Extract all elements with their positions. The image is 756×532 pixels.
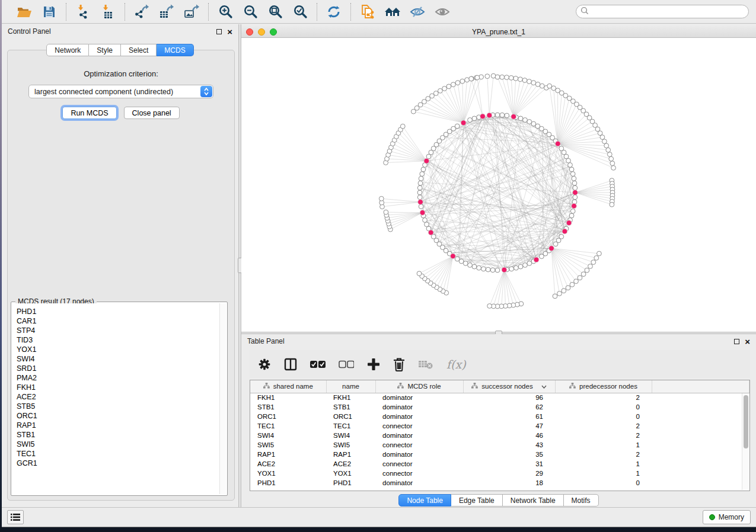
- leaf-node[interactable]: [513, 76, 518, 81]
- mcds-hub-node[interactable]: [461, 120, 466, 126]
- leaf-node[interactable]: [433, 91, 438, 96]
- network-node[interactable]: [477, 265, 481, 270]
- mcds-result-item[interactable]: PMA2: [17, 373, 226, 383]
- leaf-node[interactable]: [531, 81, 536, 85]
- table-scrollbar[interactable]: [742, 393, 749, 490]
- mcds-result-list[interactable]: PHD1CAR1STP4TID3YOX1SWI4SRD1PMA2FKH1ACE2…: [12, 303, 226, 494]
- network-node[interactable]: [486, 267, 490, 272]
- table-row[interactable]: FKH1FKH1dominator962: [250, 393, 749, 402]
- leaf-node[interactable]: [566, 286, 570, 290]
- deselect-all-icon[interactable]: [339, 360, 354, 368]
- network-node[interactable]: [472, 264, 477, 269]
- mcds-result-item[interactable]: CAR1: [17, 316, 226, 326]
- mcds-hub-node[interactable]: [555, 141, 560, 146]
- select-all-icon[interactable]: [310, 360, 326, 368]
- network-node[interactable]: [566, 158, 571, 163]
- export-network-icon[interactable]: [133, 4, 150, 20]
- leaf-node[interactable]: [588, 264, 593, 269]
- network-node[interactable]: [564, 154, 569, 159]
- network-node[interactable]: [419, 204, 423, 209]
- table-row[interactable]: ACE2ACE2connector311: [250, 459, 749, 469]
- mcds-hub-node[interactable]: [424, 158, 429, 164]
- network-node[interactable]: [481, 267, 486, 271]
- zoom-selected-icon[interactable]: [292, 4, 308, 20]
- houses-icon[interactable]: [384, 4, 401, 20]
- leaf-node[interactable]: [460, 79, 465, 84]
- zoom-in-icon[interactable]: [217, 4, 234, 20]
- leaf-node[interactable]: [522, 78, 527, 83]
- leaf-node[interactable]: [495, 75, 500, 79]
- leaf-node[interactable]: [442, 86, 447, 91]
- leaf-node[interactable]: [438, 88, 443, 93]
- add-column-icon[interactable]: [367, 358, 380, 371]
- mcds-hub-node[interactable]: [428, 230, 433, 235]
- mcds-result-item[interactable]: STB1: [17, 430, 226, 440]
- network-canvas[interactable]: [241, 38, 756, 332]
- mcds-result-item[interactable]: STP4: [17, 326, 226, 335]
- leaf-node[interactable]: [417, 271, 422, 276]
- zoom-out-icon[interactable]: [242, 4, 259, 20]
- leaf-node[interactable]: [469, 76, 474, 81]
- table-row[interactable]: PHD1PHD1dominator180: [250, 478, 749, 488]
- network-node[interactable]: [523, 118, 528, 123]
- leaf-node[interactable]: [600, 135, 605, 140]
- mcds-hub-node[interactable]: [451, 254, 456, 259]
- memory-button[interactable]: Memory: [703, 510, 751, 524]
- tab-mcds[interactable]: MCDS: [157, 44, 193, 56]
- network-node[interactable]: [418, 181, 423, 185]
- table-row[interactable]: SWI4SWI4dominator462: [250, 431, 749, 440]
- leaf-node[interactable]: [400, 124, 405, 129]
- column-header-MCDS-role[interactable]: MCDS role: [375, 380, 463, 393]
- close-panel-icon[interactable]: ×: [227, 29, 232, 34]
- mcds-result-item[interactable]: TEC1: [17, 449, 226, 459]
- mcds-hub-node[interactable]: [420, 210, 425, 216]
- network-node[interactable]: [514, 265, 519, 270]
- leaf-node[interactable]: [446, 84, 451, 89]
- mcds-result-item[interactable]: GCR1: [17, 459, 226, 468]
- mcds-result-item[interactable]: SRD1: [17, 364, 226, 373]
- network-node[interactable]: [495, 113, 500, 117]
- network-node[interactable]: [518, 116, 523, 121]
- leaf-node[interactable]: [585, 268, 589, 273]
- mcds-result-item[interactable]: YOX1: [17, 345, 226, 354]
- table-row[interactable]: STB1STB1dominator620: [250, 402, 749, 412]
- open-icon[interactable]: [16, 4, 33, 20]
- mcds-hub-node[interactable]: [480, 114, 486, 119]
- refresh-icon[interactable]: [326, 4, 342, 20]
- leaf-node[interactable]: [610, 161, 615, 166]
- show-columns-icon[interactable]: [284, 358, 297, 371]
- network-node[interactable]: [570, 172, 575, 177]
- leaf-node[interactable]: [609, 156, 614, 161]
- leaf-node[interactable]: [426, 97, 430, 101]
- leaf-node[interactable]: [518, 77, 523, 82]
- save-icon[interactable]: [41, 4, 58, 20]
- mcds-hub-node[interactable]: [566, 220, 572, 226]
- network-node[interactable]: [423, 218, 428, 223]
- import-network-icon[interactable]: [75, 4, 91, 20]
- close-panel-icon[interactable]: ×: [745, 339, 750, 344]
- close-panel-button[interactable]: Close panel: [124, 107, 180, 119]
- leaf-node[interactable]: [509, 76, 513, 81]
- mcds-result-item[interactable]: RAP1: [17, 421, 226, 430]
- network-node[interactable]: [573, 195, 578, 200]
- mcds-result-item[interactable]: ACE2: [17, 392, 226, 402]
- table-row[interactable]: RAP1RAP1dominator352: [250, 450, 749, 459]
- network-node[interactable]: [527, 120, 532, 124]
- tab-select[interactable]: Select: [121, 44, 157, 56]
- network-node[interactable]: [569, 167, 574, 172]
- mcds-hub-node[interactable]: [502, 267, 507, 273]
- mcds-result-item[interactable]: STB5: [17, 402, 226, 411]
- leaf-node[interactable]: [527, 79, 532, 84]
- leaf-node[interactable]: [611, 166, 616, 171]
- network-node[interactable]: [568, 163, 573, 168]
- network-node[interactable]: [417, 190, 422, 195]
- table-row[interactable]: ORC1ORC1dominator610: [250, 412, 749, 421]
- network-node[interactable]: [505, 113, 509, 118]
- leaf-node[interactable]: [606, 148, 611, 152]
- mcds-hub-node[interactable]: [487, 113, 492, 118]
- tab-network[interactable]: Network: [46, 44, 89, 56]
- leaf-node[interactable]: [610, 202, 614, 207]
- leaf-node[interactable]: [570, 283, 575, 287]
- leaf-node[interactable]: [578, 275, 582, 280]
- scrollbar-thumb[interactable]: [744, 395, 748, 448]
